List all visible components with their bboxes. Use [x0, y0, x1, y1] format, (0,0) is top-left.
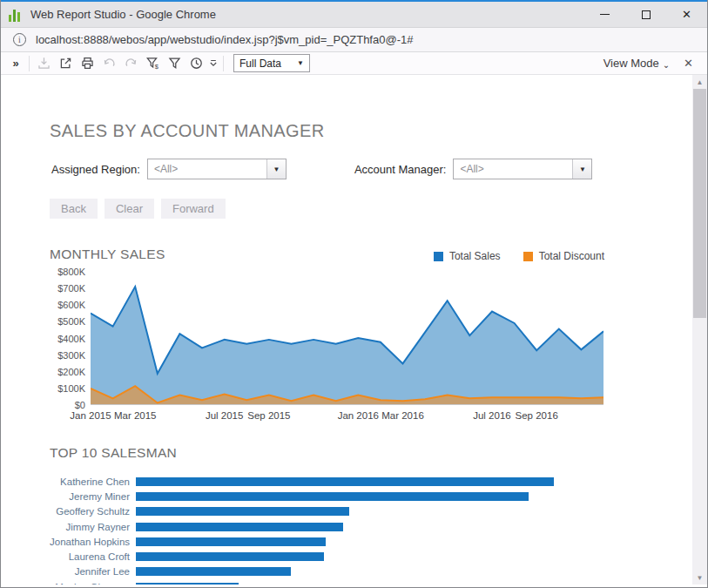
close-report-icon[interactable]: ✕: [684, 57, 693, 70]
y-tick-label: $500K: [57, 316, 85, 327]
chevron-down-icon[interactable]: ▼: [266, 159, 286, 179]
account-manager-select[interactable]: <All> ▼: [453, 159, 592, 179]
clear-button[interactable]: Clear: [105, 199, 154, 219]
top10-title: TOP 10 SALESMAN: [50, 445, 692, 461]
y-tick-label: $400K: [57, 334, 85, 344]
expand-toolbar-icon[interactable]: »: [6, 57, 25, 70]
toolbar-separator: [223, 56, 224, 71]
bar[interactable]: [136, 477, 554, 486]
y-tick-label: $600K: [57, 300, 85, 310]
bar-row: Jennifer Lee: [50, 564, 692, 579]
monthly-sales-chart[interactable]: $800K$700K$600K$500K$400K$300K$200K$100K…: [50, 272, 603, 423]
save-icon[interactable]: [33, 54, 55, 73]
scroll-up-icon[interactable]: ▲: [692, 75, 707, 89]
page-info-icon[interactable]: i: [13, 33, 26, 46]
bar-track: [136, 583, 554, 585]
y-tick-label: $100K: [57, 383, 85, 394]
bar-row: Katherine Chen: [50, 474, 692, 489]
bar-row: Maxine Olympus: [50, 579, 692, 585]
chevron-down-icon: ▼: [297, 59, 304, 67]
legend-item: Total Sales: [434, 250, 501, 262]
account-manager-label: Account Manager:: [354, 163, 447, 176]
account-manager-filter: Account Manager: <All> ▼: [354, 159, 593, 179]
x-tick-label: Sep 2015: [247, 410, 290, 421]
schedule-icon[interactable]: [185, 54, 207, 73]
y-tick-label: $700K: [57, 283, 85, 294]
x-tick-label: Jul 2016: [473, 410, 510, 421]
bar[interactable]: [136, 507, 349, 516]
y-tick-label: $300K: [57, 350, 85, 361]
maximize-button[interactable]: [625, 2, 666, 27]
url-text[interactable]: localhost:8888/webos/app/webstudio/index…: [36, 33, 413, 46]
app-equalizer-icon: [9, 8, 24, 22]
bar-track: [136, 552, 554, 561]
data-mode-value: Full Data: [239, 57, 281, 70]
bar-row: Geoffery Schultz: [50, 504, 692, 519]
chevron-down-icon: ⌄: [663, 60, 670, 70]
legend-label: Total Discount: [539, 250, 604, 262]
toolbar-separator: [29, 56, 30, 71]
data-mode-select[interactable]: Full Data ▼: [233, 54, 310, 72]
x-tick-label: Mar 2015: [114, 410, 157, 421]
address-bar[interactable]: i localhost:8888/webos/app/webstudio/ind…: [1, 28, 707, 52]
area-total-sales[interactable]: [91, 287, 603, 404]
filter-row: Assigned Region: <All> ▼ Account Manager…: [51, 159, 692, 179]
monthly-sales-plot[interactable]: [91, 272, 603, 405]
export-icon[interactable]: [55, 54, 77, 73]
bar[interactable]: [136, 583, 239, 585]
y-tick-label: $800K: [57, 267, 85, 277]
print-icon[interactable]: [77, 54, 98, 73]
monthly-sales-xaxis: Jan 2015Mar 2015Jul 2015Sep 2015Jan 2016…: [91, 410, 603, 423]
bar-label: Katherine Chen: [50, 476, 133, 487]
title-bar[interactable]: Web Report Studio - Google Chrome ✕: [1, 2, 707, 28]
forward-button[interactable]: Forward: [161, 199, 226, 219]
bar-label: Jimmy Rayner: [50, 522, 133, 532]
assigned-region-value: <All>: [148, 163, 178, 175]
bar-row: Jeremy Miner: [50, 489, 692, 504]
assigned-region-filter: Assigned Region: <All> ▼: [51, 159, 287, 179]
bar-row: Laurena Croft: [50, 549, 692, 564]
scroll-down-icon[interactable]: ▼: [692, 571, 707, 585]
bar-label: Maxine Olympus: [50, 582, 133, 585]
page-title: SALES BY ACCOUNT MANAGER: [50, 121, 692, 141]
minimize-button[interactable]: [584, 2, 625, 27]
scrollbar-thumb[interactable]: [693, 89, 706, 318]
chevron-down-icon[interactable]: ▼: [572, 159, 591, 179]
top10-section: TOP 10 SALESMAN Katherine ChenJeremy Min…: [50, 445, 692, 585]
legend-label: Total Sales: [449, 250, 501, 262]
filter-values-icon[interactable]: $: [142, 54, 164, 73]
bar[interactable]: [136, 552, 324, 561]
bar-row: Jimmy Rayner: [50, 519, 692, 534]
nav-buttons: Back Clear Forward: [50, 199, 692, 219]
bar-label: Jeremy Miner: [50, 491, 133, 502]
back-button[interactable]: Back: [50, 199, 98, 219]
filter-icon[interactable]: [164, 54, 185, 73]
bar-label: Geoffery Schultz: [50, 506, 133, 517]
undo-icon[interactable]: [98, 54, 120, 73]
report-toolbar: » $ Full Data ▼: [1, 52, 707, 75]
bar-label: Jonathan Hopkins: [50, 537, 133, 547]
bar-track: [136, 537, 554, 546]
maximize-icon: [642, 10, 651, 19]
account-manager-value: <All>: [454, 163, 483, 175]
redo-icon[interactable]: [120, 54, 142, 73]
bar[interactable]: [136, 523, 343, 531]
svg-text:$: $: [155, 63, 159, 71]
bar-track: [136, 523, 554, 531]
bar[interactable]: [136, 537, 326, 546]
more-icon[interactable]: [207, 59, 219, 67]
monthly-sales-yaxis: $800K$700K$600K$500K$400K$300K$200K$100K…: [50, 272, 91, 405]
x-tick-label: Jan 2015: [70, 410, 111, 421]
view-mode-label: View Mode: [603, 57, 659, 70]
monthly-sales-legend: Total SalesTotal Discount: [434, 250, 604, 262]
bar-track: [136, 492, 554, 501]
assigned-region-select[interactable]: <All> ▼: [147, 159, 287, 179]
bar[interactable]: [136, 567, 291, 576]
view-mode-menu[interactable]: View Mode ⌄: [603, 57, 670, 70]
browser-window: Web Report Studio - Google Chrome ✕ i lo…: [0, 0, 708, 588]
report-viewport: SALES BY ACCOUNT MANAGER Assigned Region…: [1, 75, 707, 585]
close-button[interactable]: ✕: [666, 2, 707, 27]
report-page: SALES BY ACCOUNT MANAGER Assigned Region…: [1, 75, 692, 585]
vertical-scrollbar[interactable]: ▲ ▼: [692, 75, 707, 585]
bar[interactable]: [136, 492, 529, 501]
